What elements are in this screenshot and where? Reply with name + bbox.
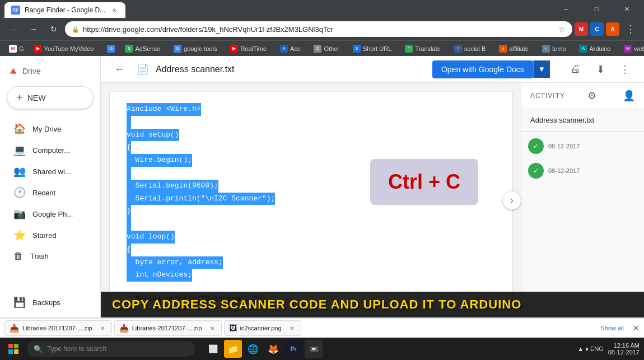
forward-button[interactable]: → xyxy=(25,20,43,38)
extension-red-icon[interactable]: M xyxy=(575,22,588,36)
address-bar[interactable]: 🔒 https://drive.google.com/drive/folders… xyxy=(65,21,572,37)
lock-icon: 🔒 xyxy=(72,26,80,33)
photos-icon: 📷 xyxy=(13,208,26,220)
svg-rect-0 xyxy=(8,344,13,348)
search-icon: 🔍 xyxy=(34,345,43,353)
download-close-1[interactable]: ✕ xyxy=(98,324,107,333)
doc-title: Address scanner.txt xyxy=(156,64,235,74)
taskbar-file-explorer-button[interactable]: 📁 xyxy=(224,340,242,358)
bookmark-affiliate[interactable]: a affiliate xyxy=(494,43,533,55)
browser-window: RF Range Finder - Google D... ✕ ─ □ ✕ ← … xyxy=(0,0,644,360)
bookmark-arduino[interactable]: A Arduino xyxy=(575,43,615,55)
doc-toolbar: ← 📄 Address scanner.txt Open with Google… xyxy=(101,56,644,83)
sidebar-item-my-drive[interactable]: 🏠 My Drive xyxy=(0,118,96,139)
sidebar-item-google-photos[interactable]: 📷 Google Ph... xyxy=(0,203,96,225)
sidebar-item-computers[interactable]: 💻 Computer... xyxy=(0,139,96,161)
taskbar-search-bar[interactable]: 🔍 Type here to search xyxy=(27,341,195,357)
open-btn-label: Open with Google Docs xyxy=(441,65,524,74)
active-tab[interactable]: RF Range Finder - Google D... ✕ xyxy=(4,2,125,18)
windows-logo-icon xyxy=(8,344,18,354)
bookmark-temp[interactable]: t temp xyxy=(538,43,570,55)
download-button[interactable]: ⬇ xyxy=(590,59,610,80)
download-item-2[interactable]: 📥 Libraries-20171207-....zip ✕ xyxy=(114,320,222,336)
bookmark-short-url[interactable]: S Short URL xyxy=(348,43,396,55)
activity-icon-2: ✓ xyxy=(528,163,544,179)
taskbar-firefox-button[interactable]: 🦊 xyxy=(264,340,282,358)
activity-list: ✓ 08-12-2017 ✓ 08-12-2017 xyxy=(521,132,644,185)
bookmark-web[interactable]: W web xyxy=(619,43,644,55)
minimize-button[interactable]: ─ xyxy=(553,0,579,18)
open-with-dropdown-button[interactable]: ▼ xyxy=(533,60,550,78)
download-close-2[interactable]: ✕ xyxy=(208,324,217,333)
taskbar-video-editor-button[interactable]: Pr xyxy=(284,340,302,358)
bookmark-social[interactable]: f social B xyxy=(450,43,491,55)
sidebar-item-trash[interactable]: 🗑 Trash xyxy=(0,246,96,267)
taskbar-task-view-button[interactable]: ⬜ xyxy=(204,340,222,358)
extension-icons: M C A xyxy=(575,22,619,36)
taskbar-apps: ⬜ 📁 🌐 🦊 Pr 📼 xyxy=(204,340,323,358)
more-options-button[interactable]: ⋮ xyxy=(615,59,635,80)
computers-label: Computer... xyxy=(32,146,70,155)
bookmark-realtime[interactable]: ▶ RealTime xyxy=(226,43,271,55)
new-button[interactable]: + NEW xyxy=(7,86,94,109)
arduino-favicon: A xyxy=(579,45,587,53)
extension-orange-icon[interactable]: A xyxy=(606,22,619,36)
bookmark-translate[interactable]: T Translate xyxy=(400,43,445,55)
refresh-button[interactable]: ↻ xyxy=(45,20,63,38)
new-button-label: NEW xyxy=(27,93,46,102)
bookmark-other[interactable]: O Other xyxy=(309,43,344,55)
download-name-3: ic2scanner.png xyxy=(240,325,282,331)
bookmark-google-tools[interactable]: G google tools xyxy=(169,43,221,55)
extension-blue-icon[interactable]: C xyxy=(590,22,604,36)
code-line-10 xyxy=(127,218,495,231)
sidebar-item-starred[interactable]: ⭐ Starred xyxy=(0,225,96,246)
computers-icon: 💻 xyxy=(13,144,26,156)
taskbar-another-app-button[interactable]: 📼 xyxy=(305,340,323,358)
bookmark-g[interactable]: G xyxy=(102,43,119,55)
system-tray-icons: ▲ ♦ ENG xyxy=(577,345,603,352)
bookmark-acc[interactable]: A Acc xyxy=(276,43,305,55)
show-all-downloads-button[interactable]: Show all xyxy=(596,325,628,331)
url-text: https://drive.google.com/drive/folders/1… xyxy=(83,25,555,34)
close-button[interactable]: ✕ xyxy=(614,0,640,18)
sidebar-item-backups[interactable]: 💾 Backups xyxy=(0,292,96,313)
bookmark-star-icon[interactable]: ☆ xyxy=(558,25,566,34)
info-panel-account-icon[interactable]: 👤 xyxy=(623,90,635,102)
taskbar-chrome-button[interactable]: 🌐 xyxy=(244,340,262,358)
close-download-bar-button[interactable]: ✕ xyxy=(633,324,640,333)
activity-icon-1: ✓ xyxy=(528,138,544,154)
doc-back-button[interactable]: ← xyxy=(110,59,130,80)
chrome-menu-button[interactable]: ⋮ xyxy=(622,20,640,38)
bookmark-youtube[interactable]: ▶ YouTube MyVideo xyxy=(30,43,99,55)
tab-favicon: RF xyxy=(11,6,20,15)
title-bar: RF Range Finder - Google D... ✕ ─ □ ✕ xyxy=(0,0,644,18)
sidebar-item-recent[interactable]: 🕐 Recent xyxy=(0,182,96,203)
download-item-1[interactable]: 📥 Libraries-20171207-....zip ✕ xyxy=(4,320,112,336)
taskbar-date: 08-12-2017 xyxy=(608,349,640,356)
doc-file-icon: 📄 xyxy=(137,63,149,76)
info-panel-settings-icon[interactable]: ⚙ xyxy=(587,90,596,102)
code-line-14: int nDevices; xyxy=(127,269,495,282)
code-line-13: byte error, address; xyxy=(127,256,495,269)
maximize-button[interactable]: □ xyxy=(584,0,609,18)
back-button[interactable]: ← xyxy=(4,20,22,38)
starred-label: Starred xyxy=(32,231,57,240)
download-close-3[interactable]: ✕ xyxy=(287,324,296,333)
start-button[interactable] xyxy=(4,340,22,358)
tab-close-button[interactable]: ✕ xyxy=(110,6,119,15)
expand-panel-button[interactable]: › xyxy=(503,191,521,209)
recent-label: Recent xyxy=(32,189,55,197)
download-item-3[interactable]: 🖼 ic2scanner.png ✕ xyxy=(224,320,301,336)
backups-icon: 💾 xyxy=(13,296,26,308)
sidebar-item-shared[interactable]: 👥 Shared wi... xyxy=(0,161,96,182)
taskbar-system-tray: ▲ ♦ ENG 12:16 AM 08-12-2017 xyxy=(577,342,640,356)
open-with-docs-button[interactable]: Open with Google Docs xyxy=(432,60,533,78)
taskbar-time: 12:16 AM xyxy=(614,342,640,349)
taskbar-clock: 12:16 AM 08-12-2017 xyxy=(608,342,640,356)
bookmark-gmail[interactable]: M G xyxy=(4,43,29,55)
print-button[interactable]: 🖨 xyxy=(566,59,586,80)
code-line-11: void loop() xyxy=(127,231,495,244)
code-line-12: { xyxy=(127,244,495,256)
bookmark-adsense[interactable]: $ AdSense xyxy=(120,43,165,55)
tab-bar: RF Range Finder - Google D... ✕ xyxy=(4,0,549,18)
